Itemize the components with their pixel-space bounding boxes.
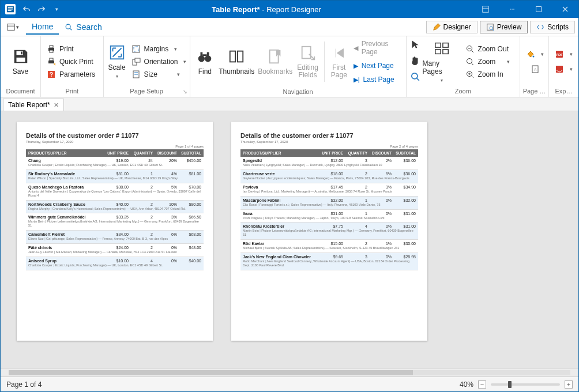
orientation-button[interactable]: Orientation▾ (129, 56, 189, 67)
zoom-button[interactable]: Zoom▾ (463, 56, 513, 67)
status-page: Page 1 of 4 (6, 380, 42, 389)
zoom-out-button[interactable]: Zoom Out (463, 43, 513, 55)
save-button[interactable]: Save (4, 47, 37, 77)
redo-button[interactable] (37, 5, 46, 13)
size-label: Size (144, 70, 157, 78)
zoom-in-button[interactable]: Zoom In (463, 69, 513, 80)
group-navigation-label: Navigation (190, 87, 406, 97)
maximize-button[interactable] (525, 1, 552, 18)
orientation-icon (131, 57, 141, 66)
many-pages-button[interactable]: Many Pages ▾ (422, 39, 462, 84)
ribbon-options-button[interactable] (472, 1, 499, 18)
file-menu-button[interactable]: ▾ (6, 22, 19, 32)
bookmarks-label: Bookmarks (258, 67, 292, 76)
tab-home-label: Home (32, 22, 53, 31)
table-row: Ikura$31.0010%$31.00Yoshi Nagase | Tokyo… (240, 210, 418, 223)
pdf-mail-icon (555, 65, 564, 74)
editing-fields-button[interactable]: EditingFields (295, 43, 321, 80)
page-number-1: Page 1 of 4 pages (26, 145, 204, 148)
previous-page-button[interactable]: ◀Previous Page (351, 39, 403, 57)
orientation-label: Orientation (144, 58, 178, 66)
size-button[interactable]: Size▾ (129, 69, 189, 80)
app-icon (5, 4, 16, 14)
undo-button[interactable] (22, 5, 31, 13)
many-pages-label: Many Pages (423, 59, 461, 76)
thumbnails-button[interactable]: Thumbnails (217, 47, 255, 77)
quick-print-icon (47, 57, 56, 66)
group-export: PDF▾ ▾ Exp… (549, 36, 578, 97)
zoom-controls: 40% − + (460, 380, 573, 389)
next-page-label: Next Page (362, 62, 394, 70)
mode-scripts-button[interactable]: Scripts (530, 21, 575, 33)
bookmarks-button[interactable]: Bookmarks (257, 47, 294, 77)
group-zoom: Many Pages ▾ Zoom Out Zoom▾ Zoom In Zoom (407, 36, 520, 97)
svg-rect-27 (135, 58, 140, 62)
parameters-button[interactable]: ? Parameters (44, 69, 97, 80)
table-row: Sir Rodney's Marmalade$81.0014%$81.00Pet… (26, 170, 204, 183)
watermark-button[interactable]: A (528, 63, 542, 75)
preview-icon (486, 23, 494, 31)
table-row: Queso Manchego La Pastora$38.0025%$78.00… (26, 183, 204, 201)
mode-designer-label: Designer (443, 23, 471, 31)
quick-print-button[interactable]: Quick Print (44, 56, 97, 67)
svg-point-10 (66, 24, 71, 29)
svg-rect-9 (7, 24, 14, 30)
export-pdf-button[interactable]: PDF▾ (552, 48, 575, 60)
zoom-plus-button[interactable]: + (565, 380, 573, 389)
title-bar: ▾ Table Report* - Report Designer (1, 1, 578, 18)
horizontal-scrollbar[interactable] (1, 368, 578, 376)
page-color-button[interactable]: ▾ (524, 48, 546, 60)
scale-button[interactable]: Scale ▾ (107, 43, 127, 80)
magnifier-icon (410, 71, 420, 82)
print-button[interactable]: Print (44, 43, 97, 55)
first-page-button[interactable]: FirstPage (328, 43, 350, 80)
minimize-button[interactable] (499, 1, 525, 18)
mouse-pointer-button[interactable] (410, 39, 420, 52)
group-page-label: Page … (520, 86, 548, 97)
first-page-icon (330, 44, 348, 62)
tab-search[interactable]: Search (59, 20, 107, 34)
preview-area[interactable]: Details of the customer order # 11077 Th… (1, 111, 578, 368)
report-date: Thursday, September 17, 2020 (26, 140, 204, 144)
last-page-button[interactable]: ▶|Last Page (351, 74, 403, 85)
editing-fields-icon (299, 44, 317, 62)
hand-tool-button[interactable] (410, 55, 420, 68)
close-tab-icon[interactable]: ✕ (54, 101, 59, 109)
qat-customize-icon[interactable]: ▾ (52, 5, 61, 13)
report-title-2: Details of the customer order # 11077 (240, 132, 418, 139)
mode-designer-button[interactable]: Designer (426, 21, 478, 33)
magnifier-button[interactable] (410, 71, 420, 84)
svg-rect-32 (207, 52, 209, 57)
zoom-slider[interactable] (491, 383, 560, 386)
table-row: Jack's New England Clam Chowder$9.6530%$… (240, 253, 418, 270)
quick-print-label: Quick Print (59, 58, 93, 66)
table-row: Pâté chinois$24.0020%$48.00Jean-Guy Lauz… (26, 244, 204, 257)
table-row: Rhönbräu Klosterbier$7.7540%$31.00Martin… (240, 223, 418, 240)
export-email-button[interactable]: ▾ (552, 63, 575, 75)
zoom-slider-thumb[interactable] (508, 381, 512, 388)
margins-icon (131, 44, 141, 54)
close-button[interactable] (552, 1, 578, 18)
svg-rect-20 (50, 58, 53, 61)
document-tab[interactable]: Table Report* ✕ (3, 99, 64, 111)
group-page-setup: Scale ▾ Margins▾ Orientation▾ Size▾ (104, 36, 190, 97)
table-row: Chartreuse verte$18.0025%$36.00Guylène N… (240, 170, 418, 183)
zoom-out-label: Zoom Out (478, 45, 509, 53)
svg-rect-39 (435, 43, 440, 48)
next-page-button[interactable]: ▶Next Page (351, 61, 403, 71)
previous-page-label: Previous Page (362, 40, 400, 56)
mode-preview-button[interactable]: Preview (480, 21, 528, 33)
tab-home[interactable]: Home (26, 20, 59, 35)
table-row: Chang$19.002420%$456.00Charlotte Cooper … (26, 157, 204, 170)
window-title-doc: Table Report* (212, 5, 260, 14)
svg-rect-8 (536, 7, 542, 12)
zoom-minus-button[interactable]: − (478, 380, 486, 389)
find-button[interactable]: Find (194, 47, 217, 77)
zoom-value: 40% (460, 380, 473, 389)
table-header: PRODUCT/SUPPLIER UNIT PRICE QUANTITY DIS… (26, 149, 204, 157)
svg-rect-40 (442, 43, 448, 48)
group-print: Print Quick Print ? Parameters Print (41, 36, 104, 97)
page-setup-dialog-launcher[interactable]: ↘ (183, 89, 187, 95)
table-row: Aniseed Syrup$10.0040%$40.00Charlotte Co… (26, 257, 204, 270)
margins-button[interactable]: Margins▾ (129, 43, 189, 55)
